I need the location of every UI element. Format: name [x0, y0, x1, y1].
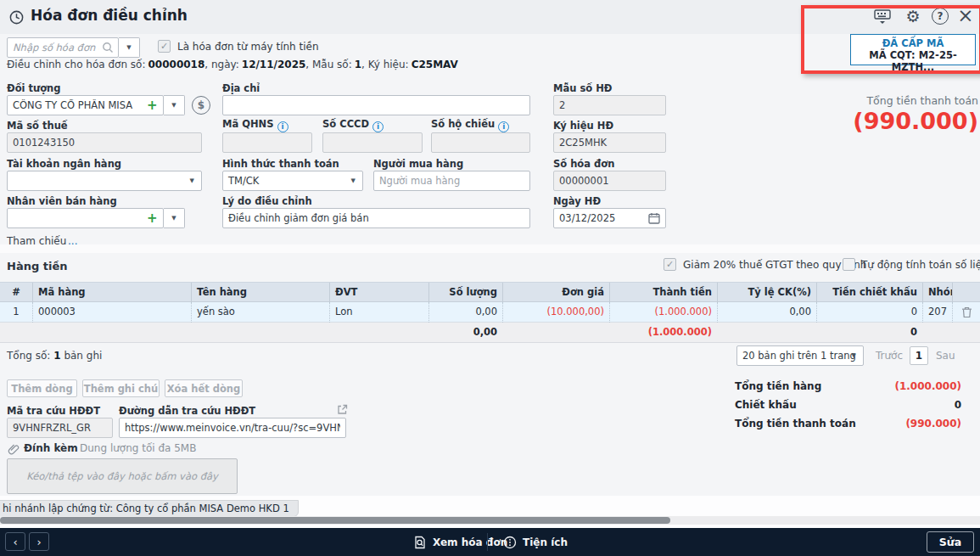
cell-item-code[interactable]: 000003 — [32, 302, 191, 323]
keyboard-icon[interactable] — [872, 7, 893, 27]
invoice-date-label: Ngày HĐ — [553, 195, 601, 207]
invoice-adjustment-window: Hóa đơn điều chỉnh ⚙ ? × ▼ ✓ Là hóa đơn … — [0, 0, 980, 556]
info-icon[interactable]: i — [277, 121, 288, 132]
tax-code-label: Mã số thuế — [7, 120, 68, 132]
external-link-icon[interactable] — [336, 403, 348, 415]
auto-calc-checkbox[interactable] — [843, 258, 855, 271]
gear-icon[interactable]: ⚙ — [903, 6, 923, 26]
clear-rows-button[interactable]: Xóa hết dòng — [165, 379, 243, 397]
customer-label: Đối tượng — [7, 82, 61, 94]
horizontal-scrollbar[interactable] — [0, 516, 980, 525]
caret-down-icon: ▼ — [351, 177, 356, 184]
auto-calc-checkbox-label: Tự động tính toán số liệu — [861, 259, 980, 271]
table-sum-row: 0,00 (1.000.000) 0 — [0, 323, 980, 343]
footer-divider — [487, 533, 488, 551]
currency-icon[interactable]: $ — [192, 96, 210, 115]
info-icon[interactable]: i — [372, 121, 384, 132]
file-dropzone[interactable]: Kéo/thả tệp vào đây hoặc bấm vào đây — [7, 458, 238, 494]
search-dropdown-button[interactable]: ▼ — [119, 37, 140, 58]
paperclip-icon — [7, 442, 20, 455]
bank-account-label: Tài khoản ngân hàng — [7, 158, 121, 170]
prev-invoice-button[interactable]: ‹ — [5, 532, 25, 551]
adjusted-invoice-reference: Điều chỉnh cho hóa đơn số:00000018, ngày… — [7, 59, 458, 70]
prev-page-link[interactable]: Trước — [876, 350, 903, 362]
pos-invoice-checkbox: ✓ — [158, 40, 171, 53]
view-invoice-icon[interactable] — [412, 535, 427, 549]
calendar-icon[interactable] — [647, 211, 661, 225]
passport-input — [431, 132, 530, 153]
customer-input[interactable] — [7, 95, 164, 115]
adjust-reason-input[interactable] — [222, 208, 530, 228]
help-icon[interactable]: ? — [932, 8, 949, 25]
record-count: Tổng số: 1 bản ghi — [7, 350, 102, 362]
lookup-code-input[interactable] — [7, 418, 113, 438]
search-icon[interactable] — [101, 41, 115, 54]
cccd-label: Số CCCDi — [322, 118, 384, 132]
col-index: # — [0, 283, 32, 303]
add-note-button[interactable]: Thêm ghi chú — [82, 379, 160, 397]
col-discount-rate: Tỷ lệ CK(%) — [717, 283, 816, 303]
col-amount: Thành tiền — [609, 283, 717, 303]
cell-amount[interactable]: (1.000.000) — [609, 302, 717, 323]
cell-discount-amount[interactable]: 0 — [816, 302, 922, 323]
add-row-button[interactable]: Thêm dòng — [7, 379, 77, 397]
cell-item-name[interactable]: yến sào — [191, 302, 329, 323]
add-employee-icon[interactable]: + — [147, 209, 158, 227]
footer-bar: ‹ › Xem hóa đơn Tiện ích Sửa — [0, 528, 980, 556]
cell-unit[interactable]: Lon — [329, 302, 428, 323]
sales-employee-input[interactable] — [7, 208, 164, 228]
cell-index: 1 — [0, 302, 32, 323]
summary-discount-value: 0 — [758, 399, 961, 411]
bank-account-select[interactable]: ▼ — [7, 171, 202, 191]
customer-dropdown-button[interactable]: ▼ — [164, 95, 185, 115]
branch-tooltip: hi nhánh lập chứng từ: Công ty cổ phần M… — [0, 500, 299, 517]
view-invoice-button[interactable]: Xem hóa đơn — [433, 536, 507, 548]
info-icon[interactable]: i — [498, 121, 509, 132]
sum-quantity: 0,00 — [428, 323, 502, 343]
cell-group[interactable]: 207 — [922, 302, 952, 323]
attachment-hint: Dung lượng tối đa 5MB — [80, 442, 196, 454]
employee-dropdown-button[interactable]: ▼ — [164, 208, 185, 228]
payment-method-value: TM/CK — [228, 175, 259, 187]
template-no-label: Mẫu số HĐ — [553, 82, 612, 94]
next-page-link[interactable]: Sau — [936, 350, 955, 362]
utilities-button[interactable]: Tiện ích — [523, 536, 568, 548]
scrollbar-thumb[interactable] — [0, 517, 670, 524]
cell-discount-rate[interactable]: 0,00 — [717, 302, 816, 323]
next-invoice-button[interactable]: › — [29, 532, 49, 551]
template-no-input — [553, 95, 666, 115]
serial-label: Ký hiệu HĐ — [553, 120, 613, 132]
lookup-url-label: Đường dẫn tra cứu HĐĐT — [119, 405, 255, 417]
page-size-select[interactable]: 20 bản ghi trên 1 trang ▼ — [736, 345, 864, 366]
buyer-input[interactable] — [373, 171, 530, 191]
cell-unit-price[interactable]: (10.000,00) — [502, 302, 609, 323]
current-page-box[interactable]: 1 — [910, 346, 928, 365]
utilities-icon[interactable] — [502, 535, 517, 549]
col-quantity: Số lượng — [428, 283, 502, 303]
payment-method-select[interactable]: TM/CK ▼ — [222, 171, 363, 191]
table-row[interactable]: 1 000003 yến sào Lon 0,00 (10.000,00) (1… — [0, 302, 980, 323]
pos-invoice-checkbox-label: Là hóa đơn từ máy tính tiền — [177, 41, 319, 53]
payment-method-label: Hình thức thanh toán — [222, 158, 339, 170]
invoice-no-input — [553, 171, 666, 191]
summary-total-value: (990.000) — [758, 418, 961, 430]
passport-label: Số hộ chiếui — [431, 118, 509, 132]
line-items-section-title: Hàng tiền — [7, 260, 67, 272]
col-unit: ĐVT — [329, 283, 428, 303]
top-total-block: Tổng tiền thanh toán (990.000) — [724, 94, 978, 134]
titlebar: Hóa đơn điều chỉnh ⚙ ? × — [0, 0, 980, 34]
address-input[interactable] — [222, 95, 530, 115]
delete-row-icon[interactable] — [952, 302, 980, 323]
issued-code-badge[interactable]: ĐÃ CẤP MÃ MÃ CQT: M2-25-MZTH... — [850, 34, 976, 65]
items-table-header: # Mã hàng Tên hàng ĐVT Số lượng Đơn giá … — [0, 282, 980, 302]
lookup-url-input[interactable] — [119, 418, 346, 438]
edit-button[interactable]: Sửa — [927, 531, 974, 553]
cell-quantity[interactable]: 0,00 — [428, 302, 502, 323]
col-discount-amount: Tiền chiết khấu — [816, 283, 922, 303]
section-divider — [0, 244, 980, 253]
add-customer-icon[interactable]: + — [147, 96, 158, 115]
summary-subtotal-value: (1.000.000) — [758, 380, 961, 392]
tax-code-input — [7, 132, 202, 153]
close-icon[interactable]: × — [955, 3, 976, 27]
sum-discount: 0 — [816, 323, 922, 343]
